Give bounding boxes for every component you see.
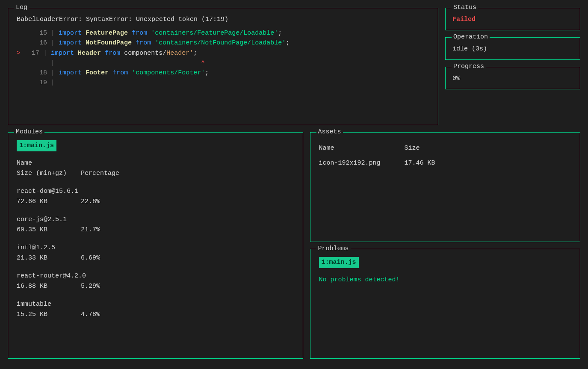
log-panel: Log BabelLoaderError: SyntaxError: Unexp… [8, 8, 438, 125]
assets-header-name: Name [319, 145, 405, 152]
progress-title: Progress [452, 63, 486, 70]
asset-size: 17.46 KB [405, 159, 456, 167]
modules-title: Modules [14, 128, 44, 136]
modules-panel: Modules 1:main.js Name Size (min+gz)Perc… [8, 132, 303, 359]
module-size: 16.88 KB [17, 281, 81, 292]
problems-panel: Problems 1:main.js No problems detected! [310, 249, 581, 359]
problems-title: Problems [316, 245, 351, 252]
module-row: react-dom@15.6.1 72.66 KB22.8% [17, 186, 294, 207]
modules-header-size: Size (min+gz) [17, 168, 81, 179]
code-line: 15 | import FeaturePage from 'containers… [17, 28, 429, 38]
module-pct: 6.69% [81, 253, 100, 263]
status-panel: Status Failed [445, 8, 580, 30]
module-size: 21.33 KB [17, 253, 81, 263]
module-size: 72.66 KB [17, 197, 81, 207]
module-pct: 21.7% [81, 225, 100, 235]
modules-header-pct: Percentage [81, 168, 119, 179]
modules-header-name: Name [17, 158, 294, 168]
module-name: core-js@2.5.1 [17, 215, 294, 225]
module-name: intl@1.2.5 [17, 243, 294, 253]
modules-header: Name Size (min+gz)Percentage [17, 158, 294, 179]
module-row: intl@1.2.5 21.33 KB6.69% [17, 243, 294, 263]
log-code: 15 | import FeaturePage from 'containers… [17, 28, 429, 88]
status-value: Failed [452, 16, 476, 23]
log-error-message: BabelLoaderError: SyntaxError: Unexpecte… [17, 16, 429, 23]
progress-value: 0% [452, 75, 460, 82]
problems-message: No problems detected! [319, 275, 572, 285]
status-title: Status [452, 4, 478, 11]
code-line: 16 | import NotFoundPage from 'container… [17, 38, 429, 48]
module-pct: 4.78% [81, 310, 100, 320]
module-size: 69.35 KB [17, 225, 81, 235]
code-line-error: >17 | import Header from components/Head… [17, 48, 429, 58]
code-line: 19 | [17, 78, 429, 88]
module-row: core-js@2.5.1 69.35 KB21.7% [17, 215, 294, 235]
module-name: react-router@4.2.0 [17, 271, 294, 281]
assets-panel: Assets Name Size icon-192x192.png 17.46 … [310, 132, 581, 242]
module-name: react-dom@15.6.1 [17, 186, 294, 197]
assets-header-size: Size [405, 145, 456, 152]
assets-title: Assets [316, 128, 343, 136]
log-title: Log [14, 4, 29, 11]
code-line: 18 | import Footer from 'components/Foot… [17, 68, 429, 78]
progress-panel: Progress 0% [445, 67, 580, 89]
module-name: immutable [17, 299, 294, 310]
code-line-caret: | ^ [17, 58, 429, 68]
problems-badge[interactable]: 1:main.js [319, 257, 359, 268]
assets-header: Name Size [319, 145, 572, 152]
modules-badge[interactable]: 1:main.js [17, 140, 56, 151]
operation-value: idle (3s) [452, 45, 487, 53]
asset-row: icon-192x192.png 17.46 KB [319, 159, 572, 167]
operation-title: Operation [452, 33, 490, 41]
module-pct: 5.29% [81, 281, 100, 292]
operation-panel: Operation idle (3s) [445, 37, 580, 60]
module-pct: 22.8% [81, 197, 100, 207]
module-row: react-router@4.2.0 16.88 KB5.29% [17, 271, 294, 292]
asset-name: icon-192x192.png [319, 159, 405, 167]
module-row: immutable 15.25 KB4.78% [17, 299, 294, 320]
module-size: 15.25 KB [17, 310, 81, 320]
